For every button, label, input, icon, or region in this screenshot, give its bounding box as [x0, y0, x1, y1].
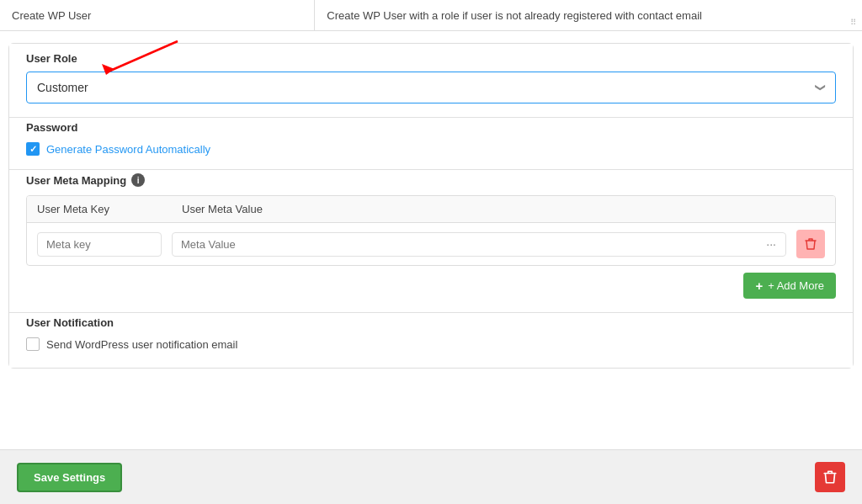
- user-role-label: User Role: [26, 52, 836, 65]
- send-notification-checkbox[interactable]: [26, 337, 40, 351]
- trash-icon-footer: [823, 470, 837, 485]
- add-more-button[interactable]: + + Add More: [743, 273, 836, 299]
- user-role-select-wrapper: Customer Subscriber Editor Author Admini…: [26, 72, 836, 103]
- meta-key-column-header: User Meta Key: [37, 203, 172, 215]
- footer-bar: Save Settings: [0, 449, 862, 504]
- meta-table: User Meta Key User Meta Value ···: [26, 195, 836, 266]
- meta-value-wrapper: ···: [172, 232, 786, 257]
- spacer: [0, 380, 862, 406]
- page-wrapper: Create WP User Create WP User with a rol…: [0, 0, 862, 504]
- user-notification-section: User Notification Send WordPress user no…: [9, 313, 853, 368]
- meta-table-header: User Meta Key User Meta Value: [27, 196, 835, 223]
- user-meta-section: User Meta Mapping i User Meta Key User M…: [9, 170, 853, 312]
- user-role-select[interactable]: Customer Subscriber Editor Author Admini…: [27, 72, 835, 103]
- generate-password-row: Generate Password Automatically: [26, 142, 836, 156]
- meta-value-input[interactable]: [172, 232, 786, 257]
- send-notification-row: Send WordPress user notification email: [26, 337, 836, 351]
- create-wp-user-description: Create WP User with a role if user is no…: [327, 9, 702, 22]
- table-row: ···: [27, 223, 835, 265]
- resize-handle: ⠿: [850, 19, 860, 29]
- generate-password-checkbox[interactable]: [26, 142, 40, 156]
- delete-button[interactable]: [815, 462, 845, 492]
- send-notification-label: Send WordPress user notification email: [46, 338, 237, 351]
- add-more-row: + + Add More: [26, 266, 836, 299]
- plus-icon: +: [755, 279, 763, 293]
- generate-password-label[interactable]: Generate Password Automatically: [46, 143, 210, 156]
- top-bar-left: Create WP User: [0, 0, 315, 30]
- meta-key-input[interactable]: [37, 232, 162, 257]
- save-settings-button[interactable]: Save Settings: [17, 463, 122, 492]
- create-wp-user-label: Create WP User: [12, 9, 91, 22]
- top-bar: Create WP User Create WP User with a rol…: [0, 0, 862, 31]
- user-meta-mapping-label: User Meta Mapping i: [26, 173, 836, 187]
- top-bar-right: Create WP User with a role if user is no…: [315, 0, 862, 30]
- trash-icon: [805, 237, 817, 251]
- info-icon[interactable]: i: [131, 173, 145, 187]
- user-notification-label: User Notification: [26, 316, 836, 329]
- delete-row-button[interactable]: [796, 230, 825, 258]
- meta-value-column-header: User Meta Value: [182, 203, 825, 215]
- user-role-section: User Role Customer Subscriber Editor Aut…: [9, 44, 853, 117]
- password-section: Password Generate Password Automatically: [9, 118, 853, 169]
- meta-dots-button[interactable]: ···: [763, 236, 780, 252]
- password-label: Password: [26, 121, 836, 134]
- main-content: Create WP User Create WP User with a rol…: [0, 0, 862, 449]
